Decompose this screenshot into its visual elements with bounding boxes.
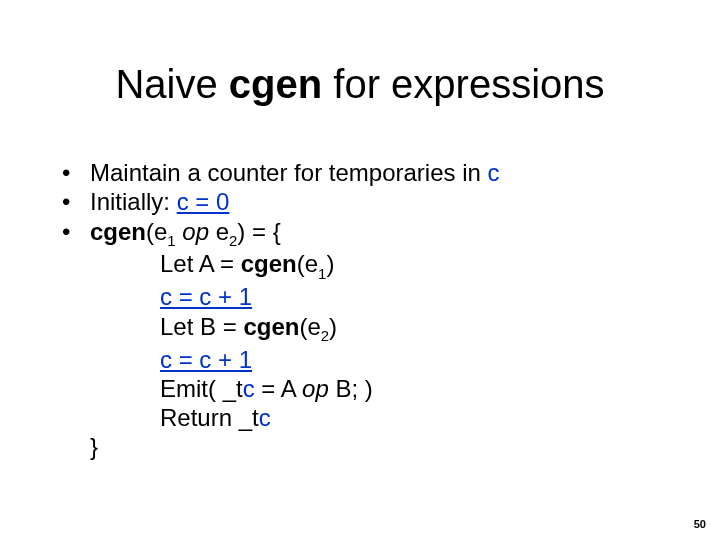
l5-mid: = A [255,375,302,402]
page-number: 50 [694,518,706,530]
close: } [90,433,98,460]
line-let-b: Let B = cgen(e2) [62,312,662,345]
b3-op: op [182,218,209,245]
bullet-2: • Initially: c = 0 [62,187,662,216]
bullet-1: • Maintain a counter for temporaries in … [62,158,662,187]
l2-txt: c = c + 1 [160,283,252,310]
l1-pre: Let A = [160,250,241,277]
l1-cgen: cgen [241,250,297,277]
b3-s1: 1 [167,233,175,249]
l1-rp: ) [326,250,334,277]
l5-pre: Emit( _t [160,375,243,402]
b2-eq: c = 0 [177,188,230,215]
b2-pre: Initially: [90,188,177,215]
line-inc-1: c = c + 1 [62,282,662,311]
title-pre: Naive [115,62,228,106]
title-bold: cgen [229,62,322,106]
l3-cgen: cgen [243,313,299,340]
line-emit: Emit( _tc = A op B; ) [62,374,662,403]
l1-s1: 1 [318,266,326,282]
bullet-3: • cgen(e1 op e2) = { [62,217,662,250]
b1-pre: Maintain a counter for temporaries in [90,159,488,186]
line-return: Return _tc [62,403,662,432]
b3-rp: ) = { [237,218,280,245]
l3-pre: Let B = [160,313,243,340]
b3-sp2: e [209,218,229,245]
l1-lp: (e [297,250,318,277]
b3-lp: (e [146,218,167,245]
bullet-dot: • [62,187,70,216]
slide-body: • Maintain a counter for temporaries in … [62,158,662,462]
bullet-dot: • [62,158,70,187]
l4-txt: c = c + 1 [160,346,252,373]
l5-post: B; ) [329,375,373,402]
slide: Naive cgen for expressions • Maintain a … [0,0,720,540]
title-post: for expressions [322,62,604,106]
b1-c: c [488,159,500,186]
l5-op: op [302,375,329,402]
line-close-brace: } [62,432,662,461]
b3-s2: 2 [229,233,237,249]
l6-c: c [259,404,271,431]
l5-c: c [243,375,255,402]
l3-s2: 2 [321,328,329,344]
line-let-a: Let A = cgen(e1) [62,249,662,282]
slide-title: Naive cgen for expressions [0,62,720,107]
b3-cgen: cgen [90,218,146,245]
line-inc-2: c = c + 1 [62,345,662,374]
l6-pre: Return _t [160,404,259,431]
l3-lp: (e [299,313,320,340]
bullet-dot: • [62,217,70,246]
l3-rp: ) [329,313,337,340]
